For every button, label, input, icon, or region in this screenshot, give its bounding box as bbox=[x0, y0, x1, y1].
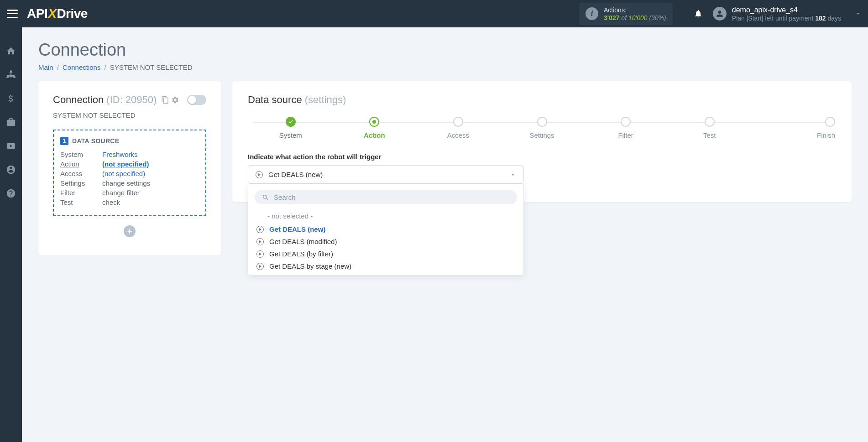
param-key-test: Test bbox=[60, 198, 102, 206]
option-deals-by-filter[interactable]: Get DEALS (by filter) bbox=[255, 248, 517, 260]
param-key-action: Action bbox=[60, 160, 102, 168]
avatar-icon bbox=[713, 7, 727, 21]
logo[interactable]: APIXDrive bbox=[27, 6, 88, 21]
play-icon bbox=[256, 250, 264, 258]
play-icon bbox=[256, 226, 264, 233]
hamburger-icon[interactable] bbox=[7, 10, 18, 18]
param-key-filter: Filter bbox=[60, 189, 102, 197]
wizard-stepper: System Action Access Settings Filter Tes… bbox=[248, 117, 836, 139]
connection-toggle[interactable] bbox=[187, 95, 206, 105]
app-header: APIXDrive i Actions: 3'027 of 10'000 (30… bbox=[0, 0, 868, 27]
param-value-access[interactable]: (not specified) bbox=[102, 170, 145, 177]
actions-percent: (30%) bbox=[649, 14, 666, 21]
param-value-system[interactable]: Freshworks bbox=[102, 151, 138, 158]
username: demo_apix-drive_s4 bbox=[732, 6, 841, 14]
bell-icon[interactable] bbox=[694, 9, 703, 19]
param-value-test[interactable]: check bbox=[102, 198, 120, 206]
nav-account[interactable] bbox=[5, 164, 16, 175]
actions-label: Actions: bbox=[604, 6, 666, 14]
user-menu[interactable]: demo_apix-drive_s4 Plan |Start| left unt… bbox=[713, 6, 861, 22]
dropdown-search[interactable] bbox=[255, 190, 517, 204]
gear-icon[interactable] bbox=[171, 96, 179, 104]
step-access[interactable]: Access bbox=[416, 117, 500, 139]
step-action[interactable]: Action bbox=[333, 117, 417, 139]
nav-video[interactable] bbox=[5, 140, 16, 151]
nav-connections[interactable] bbox=[5, 69, 16, 80]
sidebar bbox=[0, 27, 22, 442]
step-system[interactable]: System bbox=[249, 117, 333, 139]
add-destination-button[interactable]: + bbox=[124, 225, 136, 237]
logo-x: X bbox=[47, 6, 57, 21]
search-input[interactable] bbox=[274, 193, 510, 201]
param-key-system: System bbox=[60, 151, 102, 158]
connection-id: (ID: 20950) bbox=[106, 94, 157, 106]
step-filter[interactable]: Filter bbox=[584, 117, 668, 139]
logo-text-post: Drive bbox=[57, 6, 88, 21]
actions-counter[interactable]: i Actions: 3'027 of 10'000 (30%) bbox=[579, 3, 673, 25]
action-dropdown: - not selected - Get DEALS (new) Get DEA… bbox=[248, 184, 524, 276]
play-icon bbox=[256, 171, 263, 178]
system-not-selected-label: SYSTEM NOT SELECTED bbox=[53, 111, 206, 122]
search-icon bbox=[262, 194, 269, 201]
nav-briefcase[interactable] bbox=[5, 117, 16, 128]
param-value-settings[interactable]: change settings bbox=[102, 179, 150, 187]
breadcrumb: Main / Connections / SYSTEM NOT SELECTED bbox=[38, 63, 852, 71]
option-deals-modified[interactable]: Get DEALS (modified) bbox=[255, 235, 517, 248]
option-deals-new[interactable]: Get DEALS (new) bbox=[255, 223, 517, 235]
breadcrumb-connections[interactable]: Connections bbox=[63, 63, 100, 71]
action-select[interactable]: Get DEALS (new) bbox=[248, 165, 524, 184]
breadcrumb-current: SYSTEM NOT SELECTED bbox=[110, 63, 193, 71]
rc-title: Data source (settings) bbox=[248, 94, 836, 106]
chevron-up-icon bbox=[510, 172, 516, 178]
plan-info: Plan |Start| left until payment 182 days bbox=[732, 15, 841, 22]
param-key-settings: Settings bbox=[60, 179, 102, 187]
step-test[interactable]: Test bbox=[668, 117, 752, 139]
chevron-down-icon bbox=[855, 10, 861, 17]
actions-total: 10'000 bbox=[628, 14, 648, 21]
info-icon: i bbox=[586, 7, 598, 20]
actions-of: of bbox=[621, 14, 627, 21]
option-not-selected[interactable]: - not selected - bbox=[255, 209, 517, 223]
connection-title: Connection bbox=[53, 94, 104, 106]
connection-card: Connection (ID: 20950) SYSTEM NOT SELECT… bbox=[38, 81, 221, 255]
actions-used: 3'027 bbox=[604, 14, 619, 21]
page-title: Connection bbox=[38, 40, 852, 60]
play-icon bbox=[256, 263, 264, 270]
nav-help[interactable] bbox=[5, 188, 16, 199]
param-value-action[interactable]: (not specified) bbox=[102, 160, 149, 168]
option-deals-by-stage-new[interactable]: Get DEALS by stage (new) bbox=[255, 260, 517, 272]
step-finish[interactable]: Finish bbox=[751, 117, 835, 139]
copy-icon[interactable] bbox=[161, 96, 169, 104]
play-icon bbox=[256, 238, 264, 245]
main-content: Connection Main / Connections / SYSTEM N… bbox=[22, 27, 868, 442]
logo-text-pre: API bbox=[27, 6, 47, 21]
action-field-label: Indicate what action the robot will trig… bbox=[248, 153, 836, 161]
data-source-settings-card: Data source (settings) System Action Acc… bbox=[232, 81, 852, 202]
breadcrumb-main[interactable]: Main bbox=[38, 63, 53, 71]
param-key-access: Access bbox=[60, 170, 102, 177]
data-source-title: DATA SOURCE bbox=[72, 137, 119, 145]
action-selected-value: Get DEALS (new) bbox=[268, 171, 323, 178]
data-source-box: 1 DATA SOURCE SystemFreshworks Action(no… bbox=[53, 130, 206, 216]
step-settings[interactable]: Settings bbox=[500, 117, 584, 139]
svg-rect-0 bbox=[10, 71, 12, 73]
nav-home[interactable] bbox=[5, 46, 16, 57]
step-badge: 1 bbox=[60, 137, 68, 145]
nav-billing[interactable] bbox=[5, 93, 16, 104]
param-value-filter[interactable]: change filter bbox=[102, 189, 140, 197]
